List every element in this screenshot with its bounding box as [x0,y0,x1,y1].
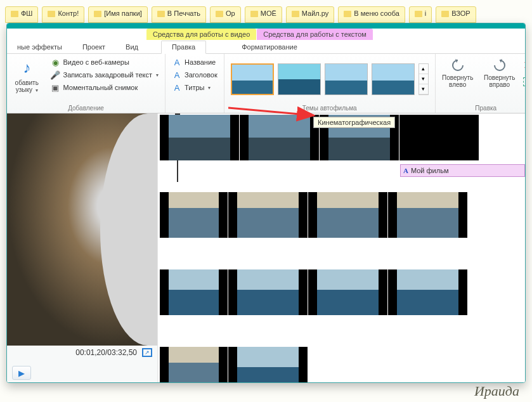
tab-edit-video[interactable]: Правка [161,41,206,54]
folder-tab[interactable]: Контр! [42,6,84,23]
playback-time: 00:01,20/03:32,50 [75,348,137,357]
camera-icon: ▣ [50,82,60,93]
credits-text-icon: A [172,82,182,93]
svg-line-0 [228,108,314,115]
gallery-scroll-up-icon[interactable]: ▴ [419,64,428,74]
clip-thumb[interactable] [159,269,228,315]
folder-tab[interactable]: Ор [210,6,241,23]
add-music-label-1: обавить [15,79,39,86]
preview-monitor[interactable] [7,113,157,346]
theme-tooltip: Кинематографическая [313,117,395,128]
contextual-tabs-row: Средства для работы с видео Средства для… [146,29,525,40]
group-label-adding: Добавление [7,104,165,113]
ribbon-group-edit: Повернуть влево Повернуть вправо ✕ Правк… [436,54,526,113]
group-label-text [165,104,224,113]
clip-thumb[interactable] [159,347,228,382]
theme-gallery: ▴ ▾ ▾ [228,56,431,101]
folder-tab[interactable]: В меню сооба [338,6,405,23]
webcam-label: Видео с веб-камеры [63,58,129,66]
folder-tab[interactable]: [Имя папки] [88,6,148,23]
folder-tab[interactable]: Майл.ру [286,6,335,23]
rotate-left-label: Повернуть влево [441,74,475,88]
clip-thumb[interactable] [399,115,479,160]
select-all-icon[interactable] [523,77,526,86]
clip-thumb[interactable] [308,269,387,315]
clip-thumb[interactable] [387,192,467,238]
credits-button[interactable]: AТитры▾ [169,82,220,93]
caption-text-icon: A [172,70,182,80]
folder-tab[interactable]: ФШ [5,6,38,23]
remove-icon[interactable]: ✕ [523,58,526,72]
rotate-right-label: Повернуть вправо [483,74,517,88]
folder-tab[interactable]: і [409,6,432,23]
title-label: Название [185,58,216,66]
folder-tab[interactable]: В Печчать [152,6,206,23]
gallery-scroll: ▴ ▾ ▾ [418,63,429,95]
clip-thumb[interactable] [387,269,467,315]
clip-thumb[interactable] [159,115,239,160]
contextual-tab-text-tools[interactable]: Средства для работы с текстом [257,29,373,40]
record-narration-button[interactable]: 🎤Записать закадровый текст▾ [48,69,161,81]
playback-controls: ▶ [7,360,157,382]
annotation-arrow [228,104,323,123]
tab-visual-effects[interactable]: ные эффекты [7,41,72,53]
preview-pane: 00:01,20/03:32,50 ↗ ▶ [7,113,158,382]
tab-project[interactable]: Проект [72,41,115,53]
text-icon: A [403,167,408,174]
add-music-button[interactable]: ♪ обавитьузыку ▾ [11,56,42,101]
snapshot-button[interactable]: ▣Моментальный снимок [48,82,161,93]
clip-thumb[interactable] [228,192,308,238]
text-track-label: Мой фильм [411,167,449,174]
chevron-down-icon: ▾ [156,72,159,78]
add-music-label-2: узыку [16,86,32,93]
gallery-expand-icon[interactable]: ▾ [419,84,428,94]
title-text-icon: A [172,57,182,67]
title-button[interactable]: AНазвание [169,56,220,68]
tab-view[interactable]: Вид [115,41,148,53]
clip-thumb[interactable] [228,347,308,382]
rotate-right-button[interactable]: Повернуть вправо [481,56,518,89]
header-label: Заголовок [185,71,217,79]
text-track-clip[interactable]: AМой фильм [400,164,525,177]
ribbon-group-text: AНазвание AЗаголовок AТитры▾ [165,54,224,113]
microphone-icon: 🎤 [50,70,60,80]
rotate-left-icon [449,58,467,73]
rotate-left-button[interactable]: Повернуть влево [439,56,476,89]
gallery-scroll-down-icon[interactable]: ▾ [419,74,428,84]
theme-thumb[interactable] [325,63,368,95]
narration-label: Записать закадровый текст [63,71,152,79]
theme-thumb[interactable] [278,63,321,95]
ribbon-tabs: ные эффекты Проект Вид Правка Форматиров… [7,40,525,54]
play-button[interactable]: ▶ [12,366,31,380]
group-label-edit: Правка [436,104,526,113]
clip-thumb[interactable] [159,192,228,238]
play-icon: ▶ [18,368,25,378]
rotate-right-icon [491,58,509,73]
content-area: 00:01,20/03:32,50 ↗ ▶ AМой фильм [7,113,525,382]
music-note-icon: ♪ [16,58,37,78]
background-folder-bar: ФШ Контр! [Имя папки] В Печчать Ор МОЁ М… [0,6,532,23]
caption-button[interactable]: AЗаголовок [169,69,220,81]
storyboard-timeline[interactable]: AМой фильм [158,113,525,382]
tab-formatting[interactable]: Форматирование [231,41,308,53]
fullscreen-icon[interactable]: ↗ [142,348,152,357]
preview-time-row: 00:01,20/03:32,50 ↗ [7,346,157,360]
contextual-tab-video-tools[interactable]: Средства для работы с видео [146,29,256,40]
theme-thumb-selected[interactable] [231,63,274,95]
author-signature: Ираида [474,383,519,399]
webcam-icon: ◉ [50,57,60,67]
chevron-down-icon: ▾ [208,85,211,91]
clip-thumb[interactable] [228,269,308,315]
ribbon-group-adding: ♪ обавитьузыку ▾ ◉Видео с веб-камеры 🎤За… [7,54,165,113]
snapshot-label: Моментальный снимок [63,84,138,91]
folder-tab[interactable]: МОЁ [245,6,282,23]
window-titlebar [7,23,525,29]
theme-thumb[interactable] [372,63,415,95]
webcam-video-button[interactable]: ◉Видео с веб-камеры [48,56,161,68]
chevron-down-icon: ▾ [36,88,38,93]
clip-thumb[interactable] [308,192,387,238]
folder-tab[interactable]: ВЗОР [436,6,476,23]
app-window: Средства для работы с видео Средства для… [6,23,526,383]
credits-label: Титры [185,84,204,91]
